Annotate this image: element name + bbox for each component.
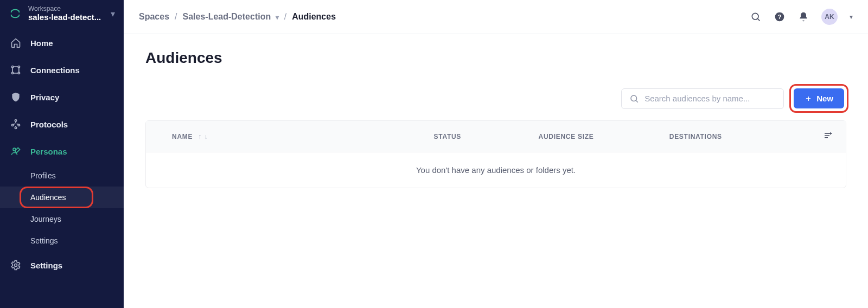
svg-point-3 (18, 72, 20, 74)
home-icon (10, 37, 22, 49)
svg-point-2 (12, 72, 14, 74)
page-title: Audiences (145, 49, 846, 67)
subnav-item-profiles[interactable]: Profiles (0, 165, 124, 187)
plus-icon (805, 95, 812, 102)
sidebar-item-settings[interactable]: Settings (0, 252, 124, 279)
sidebar-item-home[interactable]: Home (0, 29, 124, 56)
crumb-space-name[interactable]: Sales-Lead-Detection ▾ (183, 12, 279, 22)
topbar: Spaces / Sales-Lead-Detection ▾ / Audien… (124, 0, 868, 34)
shield-icon (10, 91, 22, 103)
search-icon (629, 94, 639, 104)
add-column-icon[interactable] (823, 134, 833, 142)
workspace-logo-icon (9, 7, 22, 20)
gear-icon (10, 259, 22, 271)
svg-point-0 (12, 66, 14, 68)
crumb-space-name-label: Sales-Lead-Detection (183, 12, 271, 21)
col-dest-label[interactable]: DESTINATIONS (669, 133, 722, 140)
sidebar-item-connections[interactable]: Connections (0, 56, 124, 84)
svg-point-1 (18, 66, 20, 68)
subnav-label: Audiences (30, 193, 66, 202)
svg-point-7 (15, 127, 16, 129)
sidebar-item-label: Protocols (30, 120, 68, 129)
sidebar-item-label: Connections (30, 66, 80, 75)
crumb-sep: / (284, 12, 286, 22)
bell-icon[interactable] (797, 11, 809, 23)
connections-icon (10, 64, 22, 76)
subnav-label: Profiles (30, 171, 56, 180)
subnav-item-settings[interactable]: Settings (0, 230, 124, 252)
crumb-sep: / (175, 12, 177, 22)
sort-icon[interactable]: ↑ ↓ (198, 133, 208, 140)
svg-point-10 (752, 13, 758, 20)
table-header: NAME ↑ ↓ STATUS AUDIENCE SIZE DESTINATIO… (146, 121, 846, 152)
svg-text:?: ? (777, 13, 781, 20)
search-input[interactable] (644, 94, 776, 103)
sidebar-item-privacy[interactable]: Privacy (0, 84, 124, 111)
protocols-icon (10, 118, 22, 130)
workspace-name: sales-lead-detect... (28, 12, 104, 22)
empty-state: You don't have any audiences or folders … (146, 152, 846, 188)
sidebar-item-label: Privacy (30, 93, 59, 102)
avatar[interactable]: AK (821, 9, 838, 25)
col-size-label[interactable]: AUDIENCE SIZE (539, 133, 594, 140)
svg-point-9 (15, 264, 17, 267)
audiences-table: NAME ↑ ↓ STATUS AUDIENCE SIZE DESTINATIO… (145, 120, 846, 188)
subnav-label: Journeys (30, 215, 61, 223)
col-name-label[interactable]: NAME (172, 133, 193, 140)
sidebar: Workspace sales-lead-detect... ▾ Home Co… (0, 0, 124, 308)
sidebar-item-label: Personas (30, 147, 67, 156)
search-audiences[interactable] (621, 88, 784, 109)
help-icon[interactable]: ? (774, 11, 786, 23)
sidebar-item-label: Home (30, 39, 53, 48)
breadcrumb: Spaces / Sales-Lead-Detection ▾ / Audien… (139, 12, 336, 22)
sidebar-item-label: Settings (30, 261, 62, 270)
new-audience-button[interactable]: New (794, 88, 844, 108)
workspace-label: Workspace (28, 5, 104, 12)
subnav-item-journeys[interactable]: Journeys (0, 208, 124, 230)
workspace-picker[interactable]: Workspace sales-lead-detect... ▾ (0, 0, 124, 29)
new-button-label: New (816, 94, 833, 103)
chevron-down-icon: ▾ (111, 9, 115, 19)
subnav-item-audiences[interactable]: Audiences (0, 187, 124, 208)
crumb-current: Audiences (292, 12, 336, 22)
chevron-down-icon: ▾ (276, 14, 279, 21)
crumb-spaces[interactable]: Spaces (139, 12, 169, 22)
personas-icon (10, 145, 22, 157)
main-area: Spaces / Sales-Lead-Detection ▾ / Audien… (124, 0, 868, 308)
subnav-label: Settings (30, 236, 58, 245)
search-icon[interactable] (750, 11, 762, 23)
svg-point-4 (15, 120, 16, 121)
sidebar-item-protocols[interactable]: Protocols (0, 111, 124, 138)
col-status-label[interactable]: STATUS (434, 133, 462, 140)
sidebar-item-personas[interactable]: Personas (0, 138, 124, 165)
svg-point-13 (631, 95, 637, 101)
chevron-down-icon[interactable]: ▾ (850, 13, 853, 21)
